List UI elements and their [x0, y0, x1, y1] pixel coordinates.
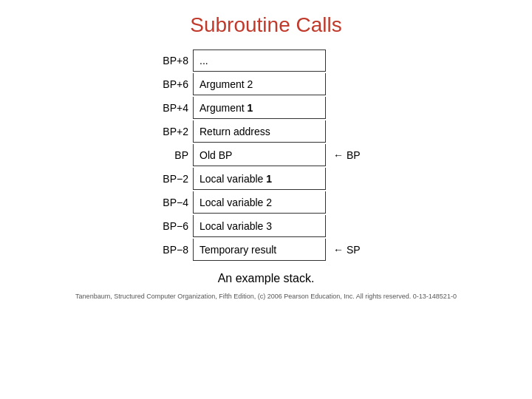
stack-cell: Argument 2 [193, 73, 326, 95]
cell-content: Temporary result [200, 244, 276, 256]
stack-cell: Old BP [193, 144, 326, 166]
cell-content: Local variable 3 [200, 220, 272, 232]
arrow-label: ← BP [326, 149, 378, 161]
cell-content: Argument 2 [200, 78, 253, 90]
cell-content: Return address [200, 126, 270, 137]
cell-content: ... [200, 55, 208, 66]
table-row: BP+4Argument 1 [154, 96, 378, 120]
stack-diagram: BP+8...BP+6Argument 2BP+4Argument 1BP+2R… [154, 49, 378, 262]
address-label: BP [154, 149, 193, 161]
address-label: BP−8 [154, 244, 193, 256]
table-row: BP+8... [154, 49, 378, 72]
address-label: BP−6 [154, 220, 193, 232]
stack-cell: Argument 1 [193, 97, 326, 119]
page-title: Subroutine Calls [190, 13, 341, 37]
stack-cell: Local variable 1 [193, 168, 326, 190]
cell-content: Local variable 2 [200, 197, 272, 208]
stack-cell: Local variable 2 [193, 191, 326, 214]
cell-content: Old BP [200, 149, 232, 161]
cell-content: Argument 1 [200, 102, 253, 114]
footer: Tanenbaum, Structured Computer Organizat… [75, 293, 457, 300]
address-label: BP+2 [154, 126, 193, 137]
address-label: BP−2 [154, 173, 193, 185]
address-label: BP+8 [154, 55, 193, 66]
arrow-label: ← SP [326, 244, 378, 256]
cell-content: Local variable 1 [200, 173, 272, 185]
address-label: BP−4 [154, 197, 193, 208]
table-row: BP−4Local variable 2 [154, 191, 378, 214]
stack-cell: Temporary result [193, 239, 326, 261]
table-row: BPOld BP← BP [154, 143, 378, 167]
address-label: BP+6 [154, 78, 193, 90]
table-row: BP+6Argument 2 [154, 72, 378, 96]
table-row: BP−8Temporary result← SP [154, 238, 378, 262]
table-row: BP−2Local variable 1 [154, 167, 378, 191]
table-row: BP+2Return address [154, 120, 378, 143]
caption: An example stack. [218, 272, 315, 285]
stack-cell: Return address [193, 120, 326, 143]
table-row: BP−6Local variable 3 [154, 214, 378, 238]
stack-cell: ... [193, 50, 326, 72]
address-label: BP+4 [154, 102, 193, 114]
stack-cell: Local variable 3 [193, 215, 326, 237]
